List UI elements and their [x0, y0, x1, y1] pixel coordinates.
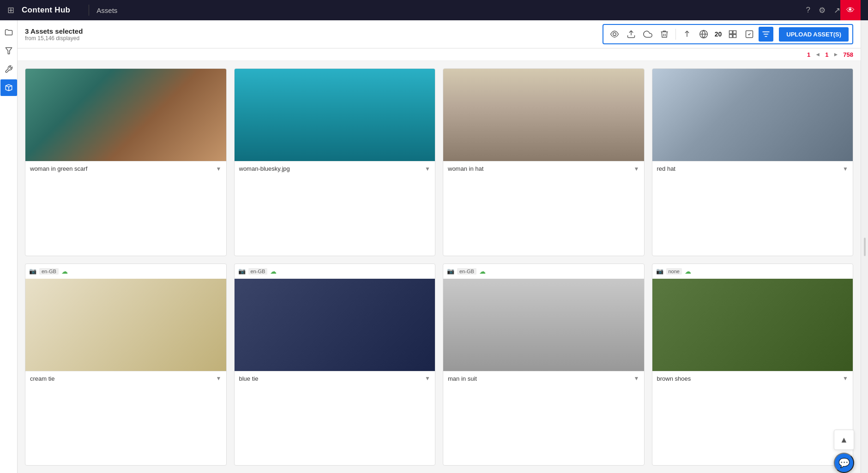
cloud-icon: ☁	[61, 268, 68, 275]
asset-locale-asset-7: en-GB	[457, 268, 476, 275]
svg-rect-3	[729, 31, 733, 34]
asset-chevron-asset-8[interactable]: ▼	[843, 375, 848, 382]
delete-button[interactable]	[657, 27, 672, 42]
asset-card-asset-2[interactable]: woman-bluesky.jpg ▼	[234, 68, 436, 256]
asset-card-asset-3[interactable]: woman in hat ▼	[443, 68, 645, 256]
asset-chevron-asset-4[interactable]: ▼	[843, 166, 848, 172]
asset-image-asset-8	[652, 279, 853, 371]
cloud-icon	[643, 30, 652, 39]
asset-photo-asset-6	[235, 279, 435, 371]
box-icon	[4, 83, 13, 92]
preview-button[interactable]	[607, 27, 622, 42]
eye-button[interactable]: 👁	[840, 0, 861, 20]
selection-count: 3 Assets selected	[25, 27, 603, 35]
external-link-icon[interactable]: ↗	[834, 6, 840, 15]
asset-locale-asset-6: en-GB	[248, 268, 268, 275]
asset-name-asset-3: woman in hat	[448, 165, 634, 172]
svg-rect-5	[729, 35, 733, 38]
asset-name-asset-5: cream tie	[30, 375, 216, 382]
tools-icon	[4, 65, 13, 74]
asset-name-asset-4: red hat	[657, 165, 843, 172]
camera-icon: 📷	[238, 268, 246, 275]
grid-icon[interactable]: ⊞	[7, 5, 14, 15]
asset-locale-asset-8: none	[666, 268, 682, 275]
help-icon[interactable]: ?	[806, 6, 810, 15]
asset-card-top-asset-8: 📷 none ☁	[652, 264, 853, 279]
asset-photo-asset-4	[652, 69, 853, 161]
content-area: 3 Assets selected from 15,146 displayed	[18, 20, 861, 473]
svg-rect-10	[765, 36, 767, 37]
asset-chevron-asset-7[interactable]: ▼	[634, 375, 639, 382]
asset-card-asset-6[interactable]: 📷 en-GB ☁ blue tie ▼	[234, 263, 436, 466]
brand-logo: Content Hub	[22, 6, 70, 15]
preview-icon	[610, 30, 619, 39]
scroll-top-button[interactable]: ▲	[834, 430, 854, 450]
checker-bg	[443, 279, 644, 371]
asset-footer-asset-3: woman in hat ▼	[443, 161, 644, 176]
upload-assets-button[interactable]: UPLOAD ASSET(S)	[779, 27, 849, 42]
checker-bg	[25, 69, 226, 161]
top-navigation: ⊞ Content Hub Assets ? ⚙ ↗ 👁	[0, 0, 868, 20]
sidebar-item-box[interactable]	[0, 79, 17, 96]
asset-card-asset-8[interactable]: 📷 none ☁ brown shoes ▼	[652, 263, 854, 466]
asset-chevron-asset-6[interactable]: ▼	[425, 375, 430, 382]
sidebar-item-filter[interactable]	[0, 42, 17, 59]
checker-bg	[652, 279, 853, 371]
checker-bg	[443, 69, 644, 161]
sidebar-item-folder[interactable]	[0, 24, 17, 41]
toolbar: 3 Assets selected from 15,146 displayed	[18, 20, 861, 48]
globe-button[interactable]	[696, 27, 711, 42]
asset-footer-asset-1: woman in green scarf ▼	[25, 161, 226, 176]
camera-icon: 📷	[29, 268, 36, 275]
upload-button[interactable]	[624, 27, 639, 42]
grid-view-icon	[728, 30, 737, 39]
filter-dots-button[interactable]	[759, 27, 773, 42]
asset-card-top-asset-5: 📷 en-GB ☁	[25, 264, 226, 279]
asset-chevron-asset-2[interactable]: ▼	[425, 166, 430, 172]
selection-info: 3 Assets selected from 15,146 displayed	[25, 27, 603, 42]
left-sidebar	[0, 20, 18, 473]
cloud-icon: ☁	[479, 268, 486, 275]
trash-icon	[660, 30, 669, 39]
asset-image-asset-2	[235, 69, 435, 161]
svg-rect-4	[733, 31, 736, 34]
asset-card-top-asset-7: 📷 en-GB ☁	[443, 264, 644, 279]
upload-icon	[627, 30, 636, 39]
prev-page-button[interactable]: ◄	[813, 50, 822, 59]
asset-footer-asset-5: cream tie ▼	[25, 371, 226, 386]
grid-view-button[interactable]	[725, 27, 740, 42]
globe-icon	[699, 30, 708, 39]
sort-button[interactable]	[680, 27, 694, 42]
asset-card-asset-5[interactable]: 📷 en-GB ☁ cream tie ▼	[25, 263, 227, 466]
settings-icon[interactable]: ⚙	[819, 6, 826, 15]
asset-photo-asset-2	[235, 69, 435, 161]
asset-chevron-asset-1[interactable]: ▼	[216, 166, 222, 172]
asset-grid: woman in green scarf ▼ woman-bluesky.jpg…	[18, 61, 861, 473]
svg-rect-6	[733, 35, 736, 38]
asset-card-asset-4[interactable]: red hat ▼	[652, 68, 854, 256]
asset-chevron-asset-5[interactable]: ▼	[216, 375, 222, 382]
checkbox-button[interactable]	[742, 27, 757, 42]
cloud-icon: ☁	[685, 268, 691, 275]
asset-image-asset-7	[443, 279, 644, 371]
asset-chevron-asset-3[interactable]: ▼	[634, 166, 639, 172]
asset-photo-asset-5	[25, 279, 226, 371]
asset-card-asset-1[interactable]: woman in green scarf ▼	[25, 68, 227, 256]
sidebar-item-tools[interactable]	[0, 61, 17, 78]
toolbar-actions: 20 UPLOAD ASSET(S)	[603, 24, 853, 44]
camera-icon: 📷	[656, 268, 663, 275]
sidebar-resize-handle[interactable]	[864, 238, 866, 256]
asset-name-asset-1: woman in green scarf	[30, 165, 216, 172]
chat-button[interactable]: 💬	[834, 453, 854, 473]
asset-card-asset-7[interactable]: 📷 en-GB ☁ man in suit ▼	[443, 263, 645, 466]
checker-bg	[25, 279, 226, 371]
checkbox-icon	[745, 30, 754, 39]
asset-locale-asset-5: en-GB	[39, 268, 59, 275]
cloud-button[interactable]	[640, 27, 655, 42]
filter-dots-icon	[761, 30, 771, 39]
nav-right-actions: ? ⚙ ↗	[806, 6, 840, 15]
sort-icon	[682, 30, 692, 39]
camera-icon: 📷	[447, 268, 454, 275]
next-page-button[interactable]: ►	[831, 50, 840, 59]
svg-rect-9	[764, 34, 768, 35]
